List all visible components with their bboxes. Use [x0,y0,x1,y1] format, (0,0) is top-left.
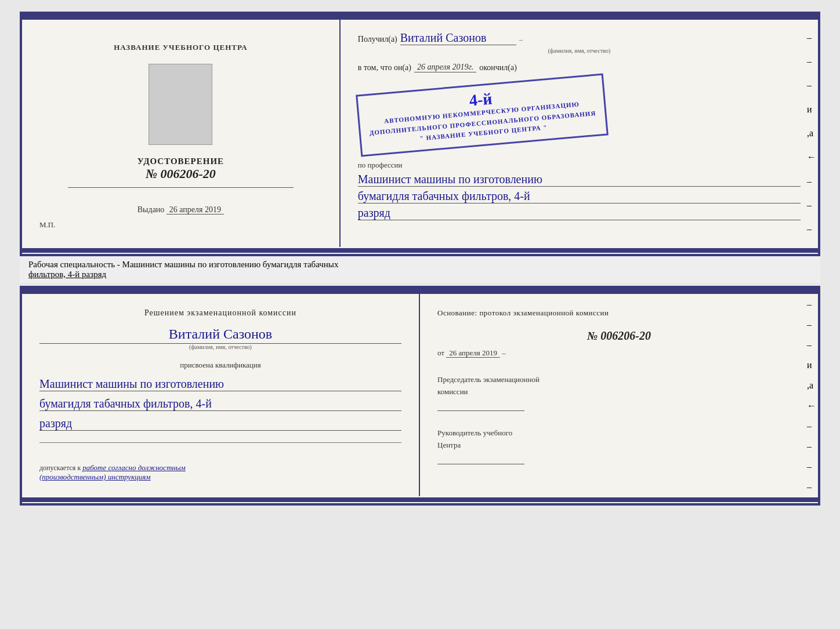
mark6: ← [807,152,816,162]
predsedatel-signature-line [437,399,524,411]
mark7: – [807,176,816,187]
center-title: НАЗВАНИЕ УЧЕБНОГО ЦЕНТРА [114,43,248,52]
ot-date: 26 апреля 2019 [446,348,500,358]
vydano-prefix: Выдано [137,205,165,214]
protokol-number: № 006206-20 [437,329,801,343]
separator-line2: фильтров, 4-й разряд [28,270,812,279]
photo-placeholder [149,64,212,145]
vydano-line: Выдано 26 апреля 2019 [137,205,224,214]
cert-bottom-container: Решением экзаменационной комиссии Витали… [20,286,820,506]
dopuskaetsya-section: допускается к работе согласно должностны… [39,463,401,482]
recipient-name: Виталий Сазонов [400,31,516,45]
predsedatel-section: Председатель экзаменационной комиссии [437,375,801,420]
mark9: – [807,224,816,234]
ot-dash: – [502,348,506,357]
udost-number: № 006206-20 [137,166,225,181]
ot-prefix: от [437,348,444,357]
prof-line2: бумагидля табачных фильтров, 4-й [358,190,801,203]
ruk-signature-line [437,453,524,464]
kvalif-line1: Машинист машины по изготовлению [39,377,401,391]
vtom-prefix: в том, что он(а) [358,63,411,72]
prisvoena-label: присвоена квалификация [39,361,401,370]
cert-right-panel: Получил(а) Виталий Сазонов – (фамилия, и… [341,20,818,247]
dopusk-prefix: допускается к [39,464,81,472]
stamp: 4-й АВТОНОМНУЮ НЕКОММЕРЧЕСКУЮ ОРГАНИЗАЦИ… [356,74,608,157]
bottom-left-panel: Решением экзаменационной комиссии Витали… [22,294,420,496]
mark1: – [807,32,816,43]
mark5: ,а [807,128,816,139]
mark4: и [807,104,816,115]
bottom-name: Виталий Сазонов [39,326,401,344]
prof-line3: разряд [358,206,801,220]
cert-left-panel: НАЗВАНИЕ УЧЕБНОГО ЦЕНТРА УДОСТОВЕРЕНИЕ №… [22,20,341,247]
osnov-text: Основание: протокол экзаменационной коми… [437,308,801,318]
vydano-date: 26 апреля 2019 [166,205,224,214]
separator-line1: Рабочая специальность - Машинист машины … [28,260,812,270]
okonchil-text: окончил(а) [479,63,517,72]
komissia-title: Решением экзаменационной комиссии [39,308,401,318]
vtom-date: 26 апреля 2019г. [414,63,476,72]
poluchil-prefix: Получил(а) [358,35,397,44]
ruk-label: Руководитель учебного [437,428,801,438]
kvalif-line3: разряд [39,417,401,431]
mark3: – [807,80,816,90]
ruk-section: Руководитель учебного Центра [437,428,801,473]
udost-label: УДОСТОВЕРЕНИЕ [137,157,225,166]
kvalif-line2: бумагидля табачных фильтров, 4-й [39,397,401,411]
fio-subtext-top: (фамилия, имя, отчество) [358,48,801,54]
komissia-label: комиссии [437,387,801,397]
bottom-right-accent: – – – и ,а ← – – – – [805,288,818,503]
mark8: – [807,200,816,210]
po-professii: по профессии [358,161,801,170]
bottom-right-panel: Основание: протокол экзаменационной коми… [420,294,818,496]
mark2: – [807,56,816,67]
mp-label: М.П. [39,220,55,230]
centr-label: Центра [437,441,801,450]
right-accent-marks: – – – и ,а ← – – – [805,20,818,247]
ot-line: от 26 апреля 2019 – [437,348,801,358]
bottom-fio-label: (фамилия, имя, отчество) [39,344,401,350]
prof-line1: Машинист машины по изготовлению [358,173,801,187]
predsedatel-label: Председатель экзаменационной [437,375,801,384]
separator-section: Рабочая специальность - Машинист машины … [20,256,820,283]
